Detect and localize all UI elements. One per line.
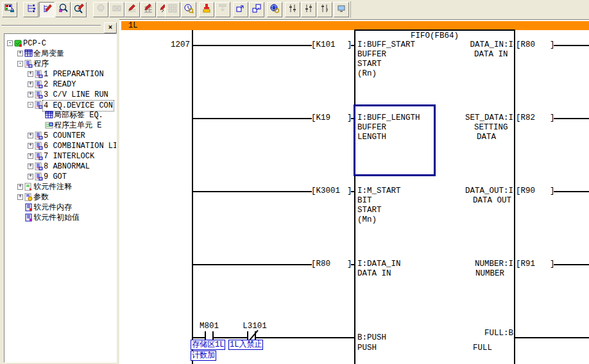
ladder-monitor-button[interactable] [23,2,38,17]
ladder-icon [35,152,43,160]
fb-port-label[interactable]: I:BUFF_START [357,40,415,49]
panel-grab-handle[interactable] [1,25,101,26]
table-icon [24,49,33,58]
close-panel-button[interactable]: × [104,22,117,33]
fb-port-label[interactable]: SET_DATA:I [440,113,513,122]
output-operand[interactable]: [R82 [516,113,535,122]
tree-expander-icon[interactable]: + [28,71,33,77]
wire [554,264,589,265]
tree-expander-icon[interactable]: + [28,163,33,169]
device-batch-monitor-button[interactable] [141,2,156,17]
clock-monitor-button[interactable] [181,2,196,17]
fb-port-label[interactable]: DATA_OUT:I [440,186,513,195]
tree-item-program-ready[interactable]: +2 READY [4,79,117,90]
tree-item-program-main-unit[interactable]: 程序主单元 E [4,120,117,131]
ladder-icon [35,162,43,170]
tree-item-program-counter[interactable]: +5 COUNTER [4,131,117,141]
tree-item-program-cv-line-run[interactable]: +3 C/V LINE RUN [4,90,117,100]
fb-port-label[interactable]: B:PUSH [357,333,386,342]
fb-port-desc: PUSH [357,343,377,352]
zoom-frame-icon [58,3,68,17]
tree-expander-icon[interactable]: + [17,194,23,200]
fb-port-label[interactable]: NUMBER:I [440,260,513,269]
project-tree: -PCP-C+全局变量-程序+1 PREPARATION+2 READY+3 C… [4,33,117,363]
tree-item-device-comment[interactable]: +软元件注释 [4,182,117,192]
tree-item-program-got[interactable]: +9 GOT [4,172,117,182]
fb-port-desc: BUFFER [357,50,386,59]
device-display-2-button[interactable] [301,2,316,17]
tree-item-local-label-eq[interactable]: 局部标签 EQ. [4,110,117,120]
monitor-condition-button[interactable] [334,2,349,17]
wire [554,118,589,119]
open-reference-window-button[interactable] [249,2,264,17]
monitor-write-mode-button[interactable] [39,2,55,17]
output-operand[interactable]: [R91 [516,260,535,269]
tree-item-program[interactable]: -程序 [4,59,117,69]
clock-zoom-icon [184,3,194,17]
wire [192,337,355,338]
tree-item-device-initial-value[interactable]: 软元件初始值 [4,213,117,223]
ladder-icon [35,131,43,140]
tree-expander-icon[interactable]: + [28,174,33,179]
remote-operation-button[interactable] [199,2,214,17]
ladder-icon [35,70,43,78]
device-test-button[interactable] [124,2,140,17]
tree-expander-icon[interactable]: + [28,81,33,87]
output-operand[interactable]: [R80 [516,40,535,49]
device-display-3-button[interactable] [317,2,332,17]
tree-expander-icon[interactable]: + [28,153,33,159]
ladder-icon [35,172,43,181]
fb-top-border [354,29,515,31]
tree-item-label: 软元件内存 [33,203,72,213]
fb-port-label[interactable]: I:M_START [357,186,401,195]
fb-port-desc: (Rn) [357,69,377,78]
tree-item-program-abnormal[interactable]: +8 ABNORMAL [4,161,117,172]
tree-item-program-combination[interactable]: +6 COMBINATION LI [4,141,117,151]
tree-expander-icon[interactable]: - [17,61,23,67]
fb-title[interactable]: FIFO(FB64) [354,31,515,40]
tree-item-global-variables[interactable]: +全局变量 [4,49,117,59]
tree-item-label: 软元件注释 [33,182,72,192]
slider-b-icon [303,3,314,17]
ladder-icon [35,90,43,99]
write-to-plc-button[interactable] [2,2,17,17]
contact-device-label: L3101 [237,322,272,331]
tree-expander-icon[interactable]: + [17,51,23,56]
tree-expander-icon[interactable]: + [28,143,33,149]
tree-item-program-preparation[interactable]: +1 PREPARATION [4,69,117,79]
wire [192,264,312,265]
tree-item-project-root[interactable]: -PCP-C [4,38,117,49]
fb-port-desc: DATA IN [474,50,508,59]
tree-expander-icon[interactable]: - [7,40,13,46]
fb-port-label[interactable]: DATA_IN:I [440,40,513,49]
input-operand[interactable]: [K101 [311,40,336,49]
tree-item-program-interlock[interactable]: +7 INTERLOCK [4,151,117,161]
fb-port-label[interactable]: FULL:B [440,329,513,338]
input-operand[interactable]: [R80 [311,260,330,269]
stamp-icon [201,3,212,17]
cell-selection-box [354,104,436,176]
tree-expander-icon[interactable]: + [17,184,23,190]
input-operand[interactable]: [K3001 [311,186,340,195]
win-arrow2-icon [252,3,262,17]
tree-item-parameter[interactable]: +参数 [4,192,117,203]
fb-port-label[interactable]: I:DATA_IN [357,260,401,269]
cross-reference-button[interactable] [267,2,282,17]
fb-port-desc: DATA OUT [473,196,511,205]
ladder-icon [35,80,43,88]
open-window-button[interactable] [233,2,248,17]
output-operand[interactable]: [R90 [516,186,535,195]
tree-expander-icon[interactable]: + [28,133,33,138]
tree-item-device-memory[interactable]: 软元件内存 [4,203,117,213]
read-mode-button[interactable] [55,2,71,17]
tree-item-label: 6 COMBINATION LI [44,141,117,151]
section-header-bar[interactable]: 1L [121,21,589,30]
tree-expander-icon[interactable]: - [28,102,33,108]
write-mode-button[interactable] [71,2,87,17]
input-operand[interactable]: [K19 [311,113,330,122]
tree-item-label: 8 ABNORMAL [44,161,90,172]
tree-item-label: 7 INTERLOCK [44,151,94,161]
tree-item-program-eq-device[interactable]: -4 EQ.DEVICE CON [4,100,117,110]
device-display-1-button[interactable] [285,2,300,17]
tree-expander-icon[interactable]: + [28,92,33,97]
